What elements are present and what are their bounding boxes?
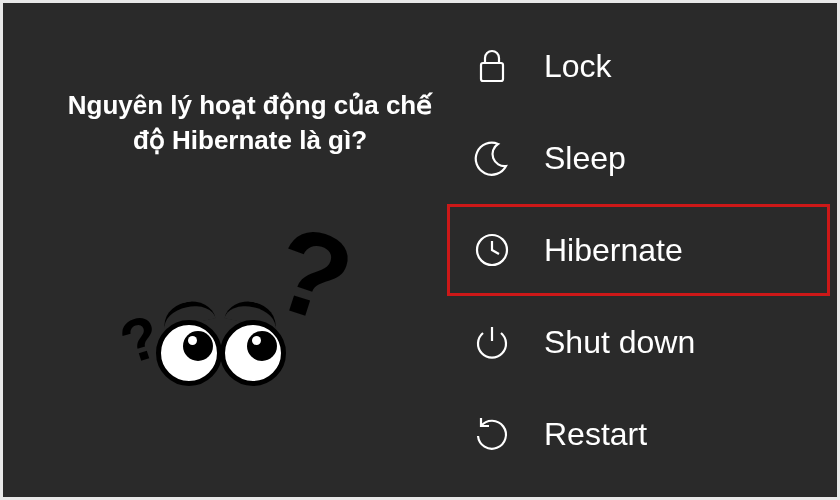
menu-item-label: Sleep (544, 140, 626, 177)
clock-icon (470, 228, 514, 272)
lock-icon (470, 44, 514, 88)
menu-item-shutdown[interactable]: Shut down (450, 296, 830, 388)
power-icon (470, 320, 514, 364)
power-menu: Lock Sleep Hibernate Shut down Restart (450, 20, 830, 480)
menu-item-label: Shut down (544, 324, 695, 361)
menu-item-restart[interactable]: Restart (450, 388, 830, 480)
menu-item-label: Lock (544, 48, 612, 85)
eyes-icon (156, 320, 280, 390)
moon-icon (470, 136, 514, 180)
menu-item-hibernate[interactable]: Hibernate (447, 204, 830, 296)
menu-item-sleep[interactable]: Sleep (450, 112, 830, 204)
thinking-emoji: ? ? (120, 208, 380, 428)
svg-rect-0 (481, 63, 503, 81)
question-heading: Nguyên lý hoạt động của chế độ Hibernate… (60, 88, 440, 158)
menu-item-lock[interactable]: Lock (450, 20, 830, 112)
menu-item-label: Hibernate (544, 232, 683, 269)
menu-item-label: Restart (544, 416, 647, 453)
restart-icon (470, 412, 514, 456)
